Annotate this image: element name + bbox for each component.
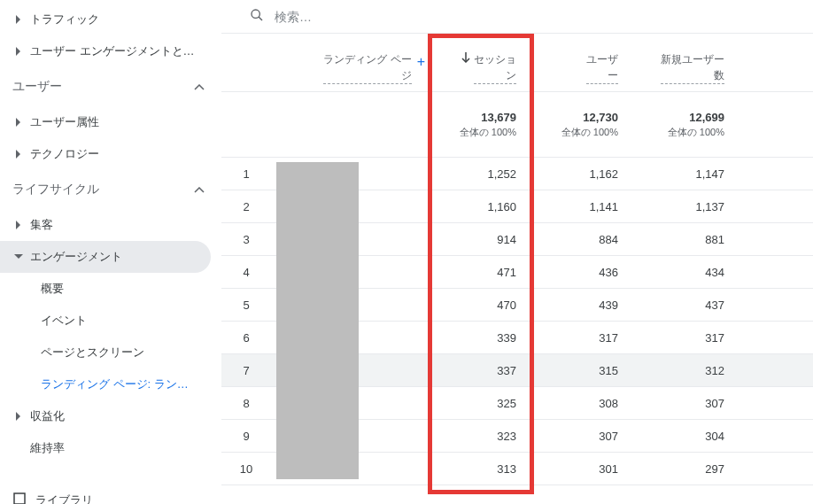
sidebar-section-label: ユーザー [12, 79, 193, 95]
row-new-users: 307 [636, 397, 742, 410]
total-sub: 全体の 100% [636, 126, 724, 139]
total-users: 12,730 [534, 111, 618, 124]
sidebar-item-user-engagement[interactable]: ユーザー エンゲージメントと… [0, 35, 221, 67]
svg-line-2 [259, 17, 262, 20]
row-users: 307 [534, 430, 636, 443]
sidebar-sub-label: ランディング ページ: ラン… [41, 376, 189, 392]
sidebar-item-user-attributes[interactable]: ユーザー属性 [0, 106, 221, 138]
chevron-up-icon [193, 187, 205, 193]
row-index: 7 [221, 364, 271, 377]
sidebar-sub-label: イベント [41, 313, 87, 329]
sidebar-item-label: 収益化 [30, 408, 209, 424]
row-users: 884 [534, 233, 636, 246]
table-totals-row: 13,679 全体の 100% 12,730 全体の 100% 12,699 全… [221, 92, 813, 158]
row-index: 5 [221, 299, 271, 312]
total-new-users: 12,699 [636, 111, 724, 124]
dimension-header[interactable]: ランディング ペー ジ + [271, 51, 432, 84]
search-icon [250, 8, 264, 25]
sidebar: トラフィック ユーザー エンゲージメントと… ユーザー ユーザー属性 テクノロジ… [0, 0, 221, 504]
row-index: 3 [221, 233, 271, 246]
row-index: 1 [221, 167, 271, 181]
row-index: 9 [221, 430, 271, 443]
caret-right-icon [12, 15, 25, 24]
row-users: 315 [534, 364, 636, 377]
row-sessions: 470 [432, 299, 534, 312]
row-users: 436 [534, 266, 636, 279]
sidebar-item-label: 維持率 [30, 440, 209, 456]
sidebar-item-label: ユーザー エンゲージメントと… [30, 43, 209, 59]
sidebar-section-user[interactable]: ユーザー [0, 67, 221, 106]
caret-right-icon [12, 412, 25, 421]
chevron-up-icon [193, 84, 205, 90]
caret-right-icon [12, 118, 25, 127]
row-sessions: 1,160 [432, 200, 534, 213]
row-sessions: 323 [432, 430, 534, 443]
metric-label: 新規ユーザー 数 [661, 51, 724, 84]
row-index: 10 [221, 462, 271, 476]
row-users: 317 [534, 331, 636, 345]
row-users: 1,162 [534, 167, 636, 181]
sidebar-section-lifecycle[interactable]: ライフサイクル [0, 170, 221, 209]
svg-point-1 [252, 10, 259, 18]
sidebar-item-label: ユーザー属性 [30, 114, 209, 130]
sidebar-sub-label: ページとスクリーン [41, 345, 144, 361]
sidebar-item-engagement[interactable]: エンゲージメント [0, 241, 211, 273]
row-index: 8 [221, 397, 271, 410]
metric-header-new-users[interactable]: 新規ユーザー 数 [636, 51, 742, 84]
redacted-overlay [276, 162, 359, 479]
row-sessions: 914 [432, 233, 534, 246]
table-header: ランディング ペー ジ + セッショ ン ユーザ ー 新規ユーザー 数 [221, 34, 813, 92]
search-bar [221, 0, 813, 34]
row-index: 4 [221, 266, 271, 279]
sidebar-item-label: エンゲージメント [30, 249, 198, 265]
sidebar-library[interactable]: ライブラリ [0, 482, 221, 504]
row-sessions: 471 [432, 266, 534, 279]
caret-right-icon [12, 150, 25, 159]
sidebar-sub-pages-screens[interactable]: ページとスクリーン [0, 337, 221, 368]
row-new-users: 881 [636, 233, 742, 246]
caret-right-icon [12, 221, 25, 229]
row-users: 439 [534, 299, 636, 312]
library-icon [12, 492, 27, 504]
library-label: ライブラリ [35, 492, 93, 505]
sidebar-item-retention[interactable]: 維持率 [0, 432, 221, 464]
total-sub: 全体の 100% [432, 126, 516, 139]
sidebar-section-label: ライフサイクル [12, 182, 193, 198]
sidebar-sub-label: 概要 [41, 281, 64, 297]
total-sub: 全体の 100% [534, 126, 618, 139]
sidebar-sub-overview[interactable]: 概要 [0, 273, 221, 305]
sidebar-item-label: トラフィック [30, 12, 209, 27]
sidebar-sub-landing-page[interactable]: ランディング ページ: ラン… [0, 368, 221, 400]
sidebar-item-technology[interactable]: テクノロジー [0, 138, 221, 170]
row-users: 308 [534, 397, 636, 410]
row-new-users: 312 [636, 364, 742, 377]
search-input[interactable] [275, 10, 452, 24]
row-new-users: 1,147 [636, 167, 742, 181]
sidebar-item-label: 集客 [30, 217, 209, 233]
row-new-users: 304 [636, 430, 742, 443]
sidebar-item-monetization[interactable]: 収益化 [0, 400, 221, 432]
row-new-users: 297 [636, 462, 742, 476]
row-new-users: 434 [636, 266, 742, 279]
sidebar-item-label: テクノロジー [30, 146, 209, 162]
metric-header-users[interactable]: ユーザ ー [534, 51, 636, 84]
row-users: 1,141 [534, 200, 636, 213]
row-new-users: 1,137 [636, 200, 742, 213]
metric-header-sessions[interactable]: セッショ ン [432, 51, 534, 84]
row-sessions: 325 [432, 397, 534, 410]
caret-down-icon [12, 254, 25, 260]
row-index: 2 [221, 200, 271, 213]
metric-label: セッショ ン [474, 51, 516, 84]
row-users: 301 [534, 462, 636, 476]
add-dimension-icon[interactable]: + [417, 51, 425, 84]
row-sessions: 337 [432, 364, 534, 377]
sidebar-item-traffic[interactable]: トラフィック [0, 4, 221, 35]
metric-label: ユーザ ー [586, 51, 618, 84]
sidebar-item-acquisition[interactable]: 集客 [0, 209, 221, 241]
row-sessions: 1,252 [432, 167, 534, 181]
sidebar-sub-events[interactable]: イベント [0, 305, 221, 337]
svg-rect-0 [14, 493, 25, 504]
row-new-users: 317 [636, 331, 742, 345]
caret-right-icon [12, 47, 25, 56]
row-sessions: 313 [432, 462, 534, 476]
